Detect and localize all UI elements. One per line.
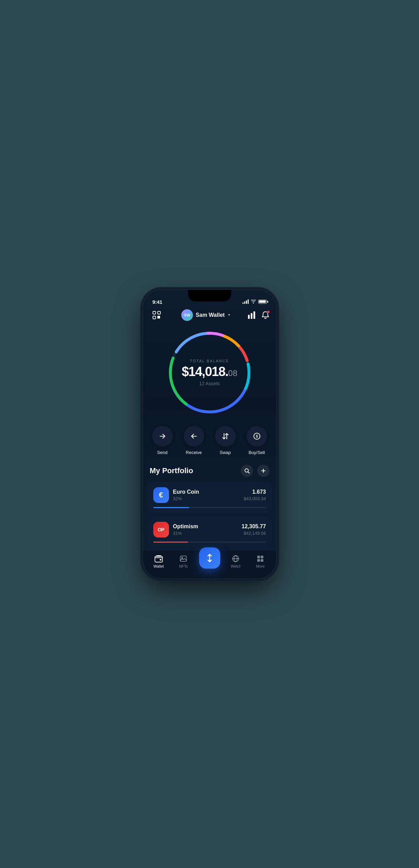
receive-label: Receive <box>186 450 202 455</box>
asset-card-optimism[interactable]: OP Optimism 31% 12,305.77 $42,149.56 <box>148 516 272 547</box>
user-selector[interactable]: SW Sam Wallet ▾ <box>181 309 230 321</box>
svg-rect-31 <box>257 559 260 562</box>
svg-line-19 <box>248 472 249 473</box>
phone-frame: 9:41 <box>143 290 276 579</box>
euro-coin-progress-bar <box>153 507 189 508</box>
status-icons <box>243 299 267 305</box>
svg-rect-3 <box>248 315 250 319</box>
balance-section: TOTAL BALANCE $14,018.08 12 Assets <box>143 325 276 423</box>
asset-row: OP Optimism 31% 12,305.77 $42,149.56 <box>153 522 266 537</box>
signal-bars-icon <box>243 299 249 304</box>
chevron-down-icon: ▾ <box>228 313 230 317</box>
nav-web3[interactable]: Web3 <box>223 555 248 568</box>
bell-button[interactable] <box>262 311 269 319</box>
euro-symbol: € <box>159 491 163 500</box>
balance-center: TOTAL BALANCE $14,018.08 12 Assets <box>182 359 237 386</box>
send-button[interactable]: Send <box>152 426 173 455</box>
status-time: 9:41 <box>153 299 162 305</box>
signal-bar-4 <box>248 299 249 304</box>
phone-inner: 9:41 <box>143 290 276 579</box>
euro-coin-pct: 32% <box>173 496 240 501</box>
header-actions <box>248 311 269 319</box>
optimism-values: 12,305.77 $42,149.56 <box>241 523 266 536</box>
chart-button[interactable] <box>248 311 256 319</box>
battery-icon <box>258 300 267 304</box>
balance-ring: TOTAL BALANCE $14,018.08 12 Assets <box>165 328 254 417</box>
center-action-button[interactable] <box>199 547 220 569</box>
signal-bar-3 <box>246 300 247 304</box>
wifi-icon <box>251 299 256 305</box>
battery-fill <box>259 300 266 303</box>
avatar: SW <box>181 309 193 321</box>
swap-button[interactable]: Swap <box>215 426 236 455</box>
user-name: Sam Wallet <box>196 312 225 318</box>
wallet-icon <box>155 555 163 563</box>
bottom-nav: Wallet NFTs <box>143 550 276 579</box>
balance-whole: $14,018. <box>182 364 228 379</box>
svg-rect-29 <box>257 556 260 558</box>
svg-rect-24 <box>180 556 186 561</box>
portfolio-title: My Portfolio <box>150 466 193 475</box>
balance-cents: 08 <box>228 368 237 378</box>
portfolio-header: My Portfolio <box>143 462 276 482</box>
nav-center <box>196 554 223 569</box>
optimism-amount: 12,305.77 <box>241 523 266 530</box>
optimism-icon: OP <box>153 522 169 537</box>
header: SW Sam Wallet ▾ <box>143 307 276 325</box>
nav-wallet[interactable]: Wallet <box>146 555 171 568</box>
optimism-progress-bar <box>153 542 188 543</box>
svg-rect-32 <box>261 559 263 562</box>
buysell-button[interactable]: $ Buy/Sell <box>247 426 267 455</box>
svg-rect-0 <box>153 311 156 314</box>
euro-coin-name: Euro Coin <box>173 489 240 495</box>
receive-button[interactable]: Receive <box>184 426 204 455</box>
portfolio-add-button[interactable] <box>257 465 270 477</box>
svg-rect-1 <box>158 311 160 314</box>
svg-rect-30 <box>261 556 263 558</box>
optimism-progress <box>153 542 266 543</box>
euro-coin-usd: $43,003.34 <box>244 496 266 501</box>
nfts-icon <box>179 555 187 563</box>
svg-rect-22 <box>155 556 162 562</box>
euro-coin-icon: € <box>153 487 169 503</box>
swap-icon-circle <box>215 426 236 446</box>
optimism-pct: 31% <box>173 531 238 536</box>
svg-rect-4 <box>251 313 252 319</box>
swap-label: Swap <box>220 450 231 455</box>
signal-bar-2 <box>244 301 245 304</box>
nav-nfts[interactable]: NFTs <box>171 555 196 568</box>
web3-nav-label: Web3 <box>231 564 240 568</box>
signal-bar-1 <box>243 302 244 304</box>
euro-coin-info: Euro Coin 32% <box>173 489 240 501</box>
nav-more[interactable]: More <box>248 555 273 568</box>
portfolio-actions <box>241 465 270 477</box>
buysell-icon-circle: $ <box>247 426 267 446</box>
svg-rect-23 <box>160 559 161 560</box>
asset-list: € Euro Coin 32% 1.673 $43,003.34 <box>143 482 276 550</box>
more-nav-label: More <box>256 564 265 568</box>
notch <box>188 290 231 301</box>
assets-count: 12 Assets <box>182 381 237 386</box>
asset-row: € Euro Coin 32% 1.673 $43,003.34 <box>153 487 266 503</box>
svg-rect-2 <box>153 316 156 319</box>
total-balance-label: TOTAL BALANCE <box>182 359 237 363</box>
svg-rect-5 <box>253 311 255 319</box>
notification-dot <box>267 310 270 313</box>
asset-card-euro-coin[interactable]: € Euro Coin 32% 1.673 $43,003.34 <box>148 482 272 513</box>
optimism-info: Optimism 31% <box>173 523 238 536</box>
more-icon <box>256 555 264 563</box>
euro-coin-values: 1.673 $43,003.34 <box>244 489 266 501</box>
web3-icon <box>232 555 240 563</box>
portfolio-search-button[interactable] <box>241 465 253 477</box>
balance-amount-row: $14,018.08 <box>182 365 237 378</box>
optimism-name: Optimism <box>173 523 238 530</box>
nfts-nav-label: NFTs <box>179 564 188 568</box>
optimism-usd: $42,149.56 <box>241 531 266 536</box>
buysell-label: Buy/Sell <box>249 450 265 455</box>
portfolio-section: My Portfolio <box>143 462 276 550</box>
euro-coin-amount: 1.673 <box>244 489 266 495</box>
op-symbol: OP <box>158 527 164 532</box>
scan-button[interactable] <box>150 308 163 322</box>
euro-coin-progress <box>153 507 266 508</box>
wallet-nav-label: Wallet <box>154 564 164 568</box>
